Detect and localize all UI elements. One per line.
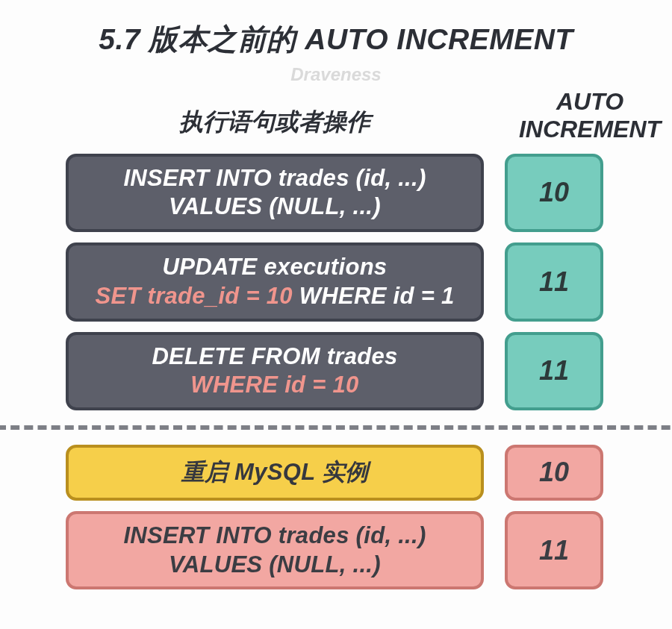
diagram-title: 5.7 版本之前的 AUTO INCREMENT <box>27 19 645 60</box>
operation-box: INSERT INTO trades (id, ...) VALUES (NUL… <box>66 154 484 233</box>
operation-box: DELETE FROM trades WHERE id = 10 <box>66 332 484 411</box>
op-line2-suffix: WHERE id = 1 <box>293 283 455 309</box>
column-header-autoincrement-line1: AUTO <box>556 88 623 115</box>
op-line1: DELETE FROM trades <box>152 343 397 369</box>
op-line2-accent: SET trade_id = 10 <box>95 283 292 309</box>
value-text: 11 <box>539 535 569 566</box>
diagram-grid: 执行语句或者操作 AUTO INCREMENT INSERT INTO trad… <box>66 88 645 589</box>
operation-box-restart: 重启 MySQL 实例 <box>66 445 484 501</box>
op-line1: UPDATE executions <box>163 254 388 280</box>
op-line2-accent: WHERE id = 10 <box>190 372 358 398</box>
value-text: 10 <box>539 457 569 488</box>
column-header-autoincrement: AUTO INCREMENT <box>505 88 672 143</box>
operation-box: INSERT INTO trades (id, ...) VALUES (NUL… <box>66 511 484 590</box>
section-divider <box>0 425 672 430</box>
op-line2: VALUES (NULL, ...) <box>169 551 381 578</box>
value-text: 10 <box>539 177 569 208</box>
operation-box: UPDATE executions SET trade_id = 10 WHER… <box>66 242 484 322</box>
column-header-autoincrement-line2: INCREMENT <box>519 116 661 143</box>
value-text: 11 <box>539 266 569 298</box>
column-header-operations: 执行语句或者操作 <box>66 106 484 143</box>
op-line1: INSERT INTO trades (id, ...) <box>123 165 426 191</box>
value-text: 11 <box>539 355 569 387</box>
value-box: 10 <box>505 154 603 233</box>
op-single: 重启 MySQL 实例 <box>181 459 369 485</box>
value-box: 11 <box>505 332 603 411</box>
op-line1: INSERT INTO trades (id, ...) <box>123 522 426 548</box>
value-box: 11 <box>505 511 603 590</box>
op-line2: VALUES (NULL, ...) <box>169 193 381 219</box>
diagram-author: Draveness <box>27 64 645 85</box>
value-box: 11 <box>505 242 603 322</box>
value-box: 10 <box>505 445 603 501</box>
